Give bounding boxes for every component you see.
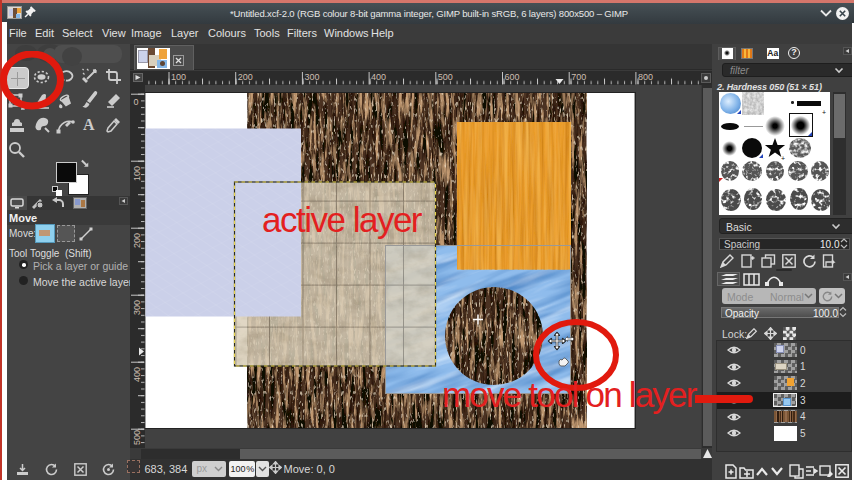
svg-text:100: 100 xyxy=(171,72,186,82)
svg-text:200: 200 xyxy=(237,72,252,82)
svg-text:0: 0 xyxy=(133,97,138,107)
svg-text:200: 200 xyxy=(132,232,142,247)
svg-text:100: 100 xyxy=(132,165,142,180)
svg-text:500: 500 xyxy=(132,429,142,444)
svg-text:600: 600 xyxy=(504,72,519,82)
svg-text:400: 400 xyxy=(371,72,386,82)
svg-text:300: 300 xyxy=(132,299,142,314)
svg-text:700: 700 xyxy=(571,72,586,82)
svg-text:800: 800 xyxy=(637,72,652,82)
svg-text:500: 500 xyxy=(437,72,452,82)
svg-text:300: 300 xyxy=(304,72,319,82)
svg-text:400: 400 xyxy=(132,366,142,381)
